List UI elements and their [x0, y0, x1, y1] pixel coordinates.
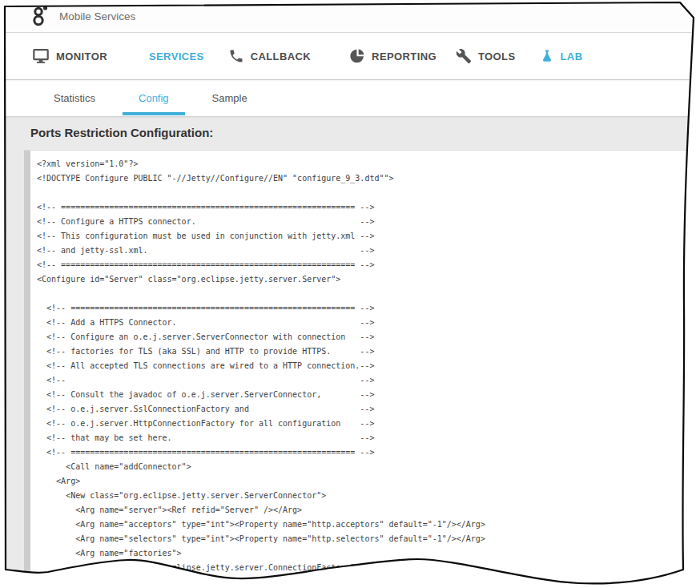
nav-item-monitor[interactable]: MONITOR — [32, 47, 107, 65]
torn-screenshot-frame: Mobile Services MONITOR SERVICES — [0, 0, 700, 588]
nav-label: REPORTING — [372, 50, 436, 62]
phone-icon — [228, 48, 244, 64]
flask-icon — [540, 49, 554, 63]
main-nav: MONITOR SERVICES CALLBACK — [0, 33, 700, 80]
nav-label: MONITOR — [56, 50, 107, 62]
xml-config-code: <?xml version="1.0"?> <!DOCTYPE Configur… — [30, 151, 485, 588]
monitor-icon — [32, 47, 50, 65]
page-title: Ports Restriction Configuration: — [30, 126, 700, 139]
app-header: Mobile Services — [0, 0, 700, 33]
subtab-bar: Statistics Config Sample — [0, 80, 700, 117]
tab-config[interactable]: Config — [129, 81, 179, 115]
tab-sample[interactable]: Sample — [203, 81, 257, 115]
nav-label: CALLBACK — [251, 50, 311, 62]
nav-label: TOOLS — [478, 50, 516, 62]
tab-config-label: Config — [139, 92, 169, 104]
nav-item-services[interactable]: SERVICES — [149, 50, 204, 62]
active-tab-underline — [123, 112, 185, 115]
nav-label: LAB — [561, 50, 583, 62]
mobile-services-page: Mobile Services MONITOR SERVICES — [0, 0, 700, 588]
nav-item-tools[interactable]: TOOLS — [456, 48, 516, 64]
nav-item-callback[interactable]: CALLBACK — [228, 48, 311, 64]
app-title: Mobile Services — [59, 10, 135, 22]
pie-chart-icon — [349, 48, 365, 64]
left-scrollbar[interactable] — [24, 151, 30, 588]
config-content: Ports Restriction Configuration: <?xml v… — [0, 117, 700, 588]
tab-statistics[interactable]: Statistics — [44, 81, 105, 115]
xml-config-viewer[interactable]: <?xml version="1.0"?> <!DOCTYPE Configur… — [24, 150, 700, 588]
mobile-services-logo-icon — [30, 5, 51, 27]
nav-item-reporting[interactable]: REPORTING — [349, 48, 436, 64]
nav-item-lab[interactable]: LAB — [540, 49, 583, 63]
nav-label: SERVICES — [149, 50, 204, 62]
wrench-icon — [456, 48, 472, 64]
